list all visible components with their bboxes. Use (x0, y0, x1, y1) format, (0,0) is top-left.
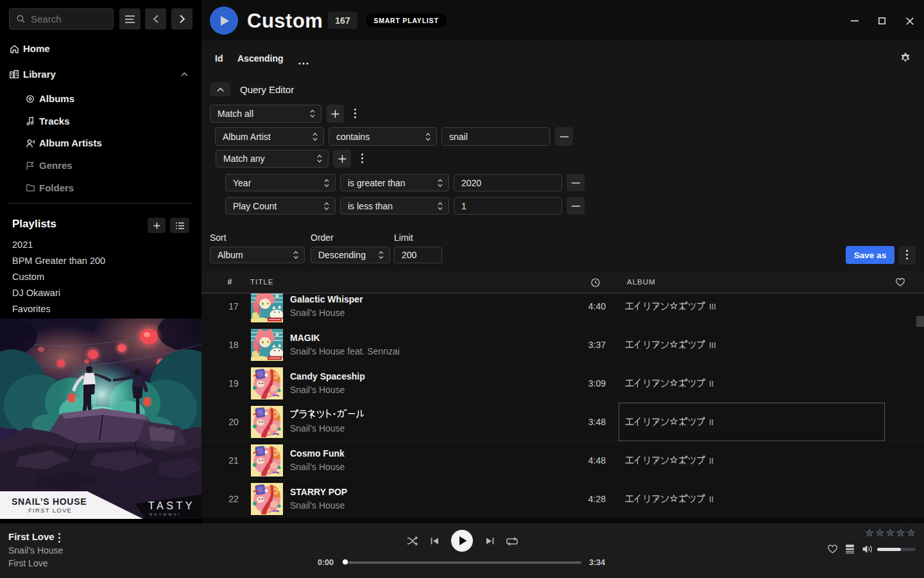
svg-text:SNAIL’S HOUSE: SNAIL’S HOUSE (12, 496, 87, 507)
svg-text:BSTMMXI: BSTMMXI (150, 512, 182, 516)
svg-text:TASTY: TASTY (148, 500, 195, 511)
svg-text:FIRST LOVE: FIRST LOVE (28, 507, 72, 514)
